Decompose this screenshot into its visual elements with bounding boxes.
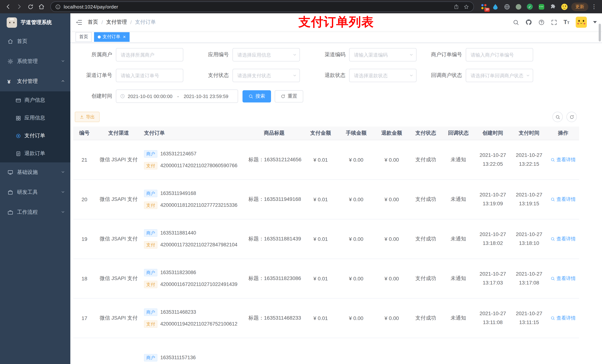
- filter-field: 支付状态: [190, 69, 300, 82]
- merchant-order-no: 1635312124657: [160, 151, 196, 156]
- cell-pay-amount: ¥ 0.01: [303, 179, 338, 219]
- merchant-tag: 商户: [144, 354, 157, 361]
- pay-tag: 支付: [144, 320, 157, 328]
- browser-update-button[interactable]: 更新: [571, 2, 588, 11]
- filter-label: 回调商户状态: [423, 72, 466, 79]
- sidebar-item-home[interactable]: 首页: [0, 31, 70, 52]
- sidebar-fold-icon[interactable]: [75, 19, 83, 26]
- sidebar-item-refund-order[interactable]: 退款订单: [0, 145, 70, 162]
- question-icon[interactable]: [538, 19, 545, 25]
- gray-circle-extension-icon[interactable]: [514, 3, 522, 11]
- app-logo[interactable]: 芋道管理系统: [0, 13, 70, 31]
- cell-pay-order: 商户 1635311949168 支付 42000011812021102777…: [142, 179, 246, 219]
- filter-input[interactable]: [349, 48, 417, 62]
- address-bar[interactable]: localhost:1024/pay/order: [50, 1, 474, 12]
- breadcrumb-home[interactable]: 首页: [88, 19, 98, 26]
- user-avatar[interactable]: [576, 17, 587, 28]
- page-scrollbar[interactable]: [599, 24, 601, 42]
- tab-pay-order[interactable]: 支付订单 ×: [94, 32, 129, 42]
- browser-reload-icon[interactable]: [25, 1, 35, 12]
- cell-create-time: 2021-10-2713:18:02: [475, 219, 511, 259]
- check-extension-icon[interactable]: ✓: [526, 3, 534, 11]
- view-detail-link[interactable]: 查看详情: [550, 315, 576, 321]
- export-button[interactable]: 导出: [75, 112, 100, 122]
- filter-input[interactable]: [349, 69, 417, 82]
- sidebar-item-system[interactable]: 系统管理: [0, 52, 70, 71]
- pay-order-line: 支付 4200001181202110277723215336: [144, 201, 237, 209]
- merchant-order-no: 1635311881440: [160, 230, 196, 236]
- bookmark-star-icon[interactable]: [463, 4, 469, 10]
- date-range-input[interactable]: 2021-10-01 00:00:00 - 2021-10-31 23:59:5…: [116, 90, 238, 103]
- view-detail-link[interactable]: 查看详情: [550, 275, 576, 282]
- table-row: 商户 1635311157136 支付 查看详情: [73, 338, 579, 364]
- tab-home[interactable]: 首页: [75, 32, 92, 42]
- clock-icon: [120, 94, 125, 99]
- cell-action: 查看详情: [547, 259, 579, 298]
- filter-input[interactable]: [116, 48, 183, 62]
- view-detail-link[interactable]: 查看详情: [550, 156, 576, 163]
- view-detail-link[interactable]: 查看详情: [550, 196, 576, 203]
- drop-extension-icon[interactable]: [491, 3, 499, 11]
- github-icon[interactable]: [525, 19, 532, 26]
- cell-id: [73, 338, 96, 364]
- globe-extension-icon[interactable]: [503, 3, 511, 11]
- cell-pay-status: [409, 338, 442, 364]
- filter-label: 所属商户: [73, 52, 116, 58]
- pay-tag: 支付: [144, 281, 157, 288]
- chat-extension-icon[interactable]: [537, 3, 545, 11]
- search-button[interactable]: 搜索: [243, 90, 271, 102]
- breadcrumb-payment[interactable]: 支付管理: [106, 19, 127, 26]
- filter-input[interactable]: [233, 69, 300, 82]
- font-size-icon[interactable]: TT: [563, 19, 570, 26]
- puzzle-extensions-icon[interactable]: [549, 3, 557, 11]
- top-navbar: 首页 / 支付管理 / 支付订单 支付订单列表: [70, 13, 602, 31]
- fullscreen-icon[interactable]: [551, 19, 557, 25]
- sidebar-item-merchant-info[interactable]: 商户信息: [0, 91, 70, 109]
- merchant-order-line: 商户 1635311949168: [144, 190, 196, 197]
- merchant-order-no: 1635311468233: [160, 309, 196, 315]
- cell-channel: 微信 JSAPI 支付: [96, 179, 142, 219]
- close-tab-icon[interactable]: ×: [122, 34, 126, 39]
- url-text[interactable]: localhost:1024/pay/order: [64, 4, 451, 10]
- merchant-order-no: 1635311949168: [160, 190, 196, 196]
- sidebar-item-app-info[interactable]: 应用信息: [0, 109, 70, 127]
- date-end-value: 2021-10-31 23:59:59: [184, 94, 228, 99]
- filter-input[interactable]: [466, 48, 533, 62]
- column-header: 支付渠道: [96, 126, 142, 140]
- donut-circle-icon: [16, 133, 21, 138]
- extension-badge: 10: [484, 8, 490, 12]
- sidebar-item-workflow[interactable]: 工作流程: [0, 202, 70, 222]
- cell-pay-order: 商户 1635311823086 支付 42000011672021102710…: [142, 259, 246, 298]
- cell-title: 标题：1635311468233: [246, 298, 303, 338]
- filter-input[interactable]: [466, 69, 533, 82]
- site-info-icon[interactable]: [55, 4, 61, 10]
- pay-order-line: 支付 4200001167202110271022491439: [144, 281, 237, 288]
- sidebar-item-devtools[interactable]: 研发工具: [0, 182, 70, 202]
- browser-home-icon[interactable]: [36, 1, 47, 12]
- extension-colorful-icon[interactable]: 10: [480, 3, 488, 11]
- sidebar-item-payment[interactable]: ¥ 支付管理: [0, 71, 70, 91]
- chevron-down-icon: [61, 189, 65, 195]
- cell-pay-time: [511, 338, 547, 364]
- date-start-value: 2021-10-01 00:00:00: [128, 94, 172, 99]
- cell-title: 标题：1635311949168: [246, 179, 303, 219]
- cell-fee-amount: ¥ 0.00: [338, 219, 374, 259]
- browser-forward-icon[interactable]: [14, 1, 24, 12]
- column-header: 操作: [547, 126, 579, 140]
- profile-emoji-icon[interactable]: [560, 3, 568, 11]
- share-icon[interactable]: [453, 4, 459, 10]
- sidebar-item-pay-order[interactable]: 支付订单: [0, 127, 70, 145]
- sidebar-item-infra[interactable]: 基础设施: [0, 162, 70, 182]
- reset-button[interactable]: 重置: [275, 90, 303, 102]
- filter-input[interactable]: [116, 69, 183, 82]
- search-icon[interactable]: [513, 19, 519, 25]
- filter-input[interactable]: [233, 48, 300, 62]
- toggle-search-button[interactable]: [552, 112, 563, 122]
- view-detail-link[interactable]: 查看详情: [550, 235, 576, 242]
- avatar-caret-icon[interactable]: [593, 21, 597, 23]
- browser-back-icon[interactable]: [3, 1, 13, 12]
- refresh-button[interactable]: [567, 112, 577, 122]
- cell-pay-amount: [303, 338, 338, 364]
- monitor-icon: [7, 169, 13, 175]
- browser-menu-icon[interactable]: ⋮: [589, 3, 599, 10]
